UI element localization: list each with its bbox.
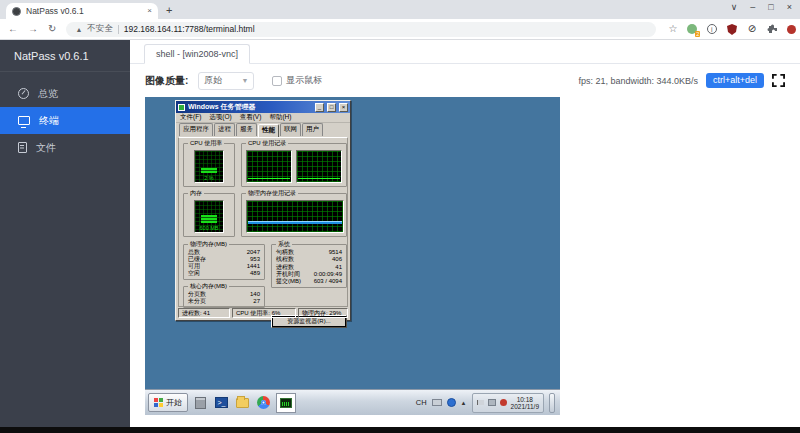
start-button[interactable]: 开始 (148, 393, 188, 412)
sidebar-item-files[interactable]: 文件 (0, 134, 130, 161)
ctrl-alt-del-button[interactable]: ctrl+alt+del (706, 73, 764, 88)
session-tab[interactable]: shell - [win2008-vnc] (144, 44, 250, 64)
window-controls: ∨ – □ × (731, 3, 792, 12)
tab-processes[interactable]: 进程 (214, 123, 235, 136)
reload-icon[interactable]: ↻ (48, 24, 56, 34)
shield-extension-icon[interactable] (726, 24, 737, 35)
back-icon[interactable]: ← (8, 24, 18, 34)
memory-gauge: 600 MB (194, 200, 224, 233)
menu-help[interactable]: 帮助(H) (269, 113, 291, 122)
taskmgr-maximize-button[interactable]: □ (327, 103, 336, 112)
chevron-down-icon[interactable]: ∨ (731, 3, 738, 12)
cpu-gauge-value: 2 % (195, 175, 223, 181)
chrome-logo-icon (257, 396, 270, 409)
tab-users[interactable]: 用户 (302, 123, 323, 136)
keyboard-icon[interactable] (432, 399, 442, 406)
app-title: NatPass v0.6.1 (0, 40, 130, 72)
minimize-icon[interactable]: – (750, 3, 755, 12)
vnc-screen[interactable]: Windows 任务管理器 _ □ × 文件(F) 选项(O) 查看(V) 帮助… (145, 97, 560, 415)
status-processes: 进程数: 41 (178, 308, 230, 318)
tray-clock[interactable]: 10:18 2021/11/9 (511, 396, 539, 410)
divider (118, 25, 119, 34)
screen: NatPass v0.6.1 × + ∨ – □ × ← → ↻ ▲ 不安全 1… (0, 0, 800, 433)
task-manager-window[interactable]: Windows 任务管理器 _ □ × 文件(F) 选项(O) 查看(V) 帮助… (175, 100, 351, 321)
powershell-glyph: >_ (215, 397, 228, 408)
sidebar-item-overview[interactable]: 总览 (0, 80, 130, 107)
tab-services[interactable]: 服务 (236, 123, 257, 136)
quality-select[interactable]: 原始 ▼ (198, 72, 254, 90)
session-tabbar: shell - [win2008-vnc] (130, 40, 800, 64)
system-group: 系统 句柄数9514 线程数406 进程数41 开机时间0:00:09:49 提… (271, 244, 347, 288)
main-panel: shell - [win2008-vnc] 图像质量: 原始 ▼ 显示鼠标 fp… (130, 40, 800, 427)
browser-addressbar: ← → ↻ ▲ 不安全 192.168.164.11:7788/terminal… (0, 19, 800, 40)
cpu-led-bar (201, 168, 217, 173)
blocker-extension-icon[interactable]: ⊘ (746, 24, 757, 35)
taskmgr-taskbar-button[interactable] (276, 393, 296, 413)
taskmgr-close-button[interactable]: × (339, 103, 348, 112)
close-icon[interactable]: × (787, 3, 792, 12)
url-bar[interactable]: ▲ 不安全 192.168.164.11:7788/terminal.html (66, 22, 656, 37)
explorer-folder-icon[interactable] (234, 394, 251, 411)
info-icon: i (707, 24, 717, 34)
taskmgr-minimize-button[interactable]: _ (315, 103, 324, 112)
bookmark-star-icon[interactable]: ☆ (668, 24, 677, 34)
chevron-down-icon: ▼ (241, 77, 248, 84)
maximize-icon[interactable]: □ (768, 3, 773, 12)
browser-tab-title: NatPass v0.6.1 (26, 6, 142, 16)
tray-app-icon[interactable] (447, 398, 456, 407)
memory-gauge-title: 内存 (188, 190, 204, 197)
file-icon (18, 142, 27, 153)
taskmgr-icon (280, 398, 292, 408)
checkbox-icon[interactable] (272, 76, 282, 86)
memory-led-bar (201, 215, 217, 223)
tray-date: 2021/11/9 (511, 403, 539, 410)
tab-performance[interactable]: 性能 (258, 124, 279, 137)
extension-icon-green[interactable]: 2 (686, 24, 697, 35)
cpu-history-graph-2 (296, 150, 342, 183)
volume-icon[interactable] (500, 399, 507, 406)
show-desktop-button[interactable] (549, 393, 555, 413)
forward-icon[interactable]: → (28, 24, 38, 34)
action-center-flag-icon[interactable] (477, 400, 484, 405)
server-manager-icon[interactable] (192, 394, 209, 411)
tray-expand-icon[interactable]: ▲ (461, 400, 467, 406)
extension-badge: 2 (695, 31, 700, 37)
cpu-line (298, 178, 340, 179)
quality-value: 原始 (204, 74, 222, 87)
system-tray: CH ▲ 10:18 2021/11/9 (416, 393, 557, 413)
sidebar-item-label: 文件 (36, 141, 56, 155)
chrome-icon[interactable] (255, 394, 272, 411)
cpu-gauge: 2 % (194, 150, 224, 183)
sidebar-item-terminal[interactable]: 终端 (0, 107, 130, 134)
fps-bandwidth-text: fps: 21, bandwidth: 344.0KB/s (578, 76, 698, 86)
browser-tabstrip: NatPass v0.6.1 × + ∨ – □ × (0, 0, 800, 19)
fullscreen-icon[interactable] (772, 74, 785, 87)
tab-networking[interactable]: 联网 (280, 123, 301, 136)
browser-tab[interactable]: NatPass v0.6.1 × (6, 3, 158, 19)
taskmgr-titlebar[interactable]: Windows 任务管理器 _ □ × (176, 101, 350, 113)
toolbar-right: fps: 21, bandwidth: 344.0KB/s ctrl+alt+d… (578, 73, 785, 88)
language-indicator[interactable]: CH (416, 398, 427, 407)
tab-close-icon[interactable]: × (147, 7, 152, 15)
menu-file[interactable]: 文件(F) (180, 113, 201, 122)
menu-options[interactable]: 选项(O) (209, 113, 231, 122)
cpu-history-graph-1 (246, 150, 292, 183)
taskmgr-tabs: 应用程序 进程 服务 性能 联网 用户 (176, 123, 350, 136)
tab-applications[interactable]: 应用程序 (179, 123, 213, 136)
info-extension-icon[interactable]: i (706, 24, 717, 35)
red-extension-icon[interactable] (786, 24, 797, 35)
show-cursor-checkbox[interactable]: 显示鼠标 (272, 74, 322, 87)
taskmgr-title: Windows 任务管理器 (188, 102, 312, 112)
powershell-icon[interactable]: >_ (213, 394, 230, 411)
natpass-app: NatPass v0.6.1 总览 终端 文件 shell - [win20 (0, 40, 800, 427)
not-secure-icon: ▲ (75, 26, 82, 33)
menu-view[interactable]: 查看(V) (240, 113, 262, 122)
status-memory: 物理内存: 29% (298, 308, 348, 318)
stat-row: 分页数140 (188, 291, 260, 298)
stat-row: 空闲489 (188, 270, 260, 277)
network-icon[interactable] (488, 399, 496, 406)
taskmgr-performance-panel: CPU 使用率 2 % CPU 使用记录 (178, 137, 348, 307)
puzzle-extensions-icon[interactable] (766, 24, 777, 35)
kernel-memory-title: 核心内存(MB) (188, 283, 229, 290)
new-tab-button[interactable]: + (166, 5, 172, 16)
